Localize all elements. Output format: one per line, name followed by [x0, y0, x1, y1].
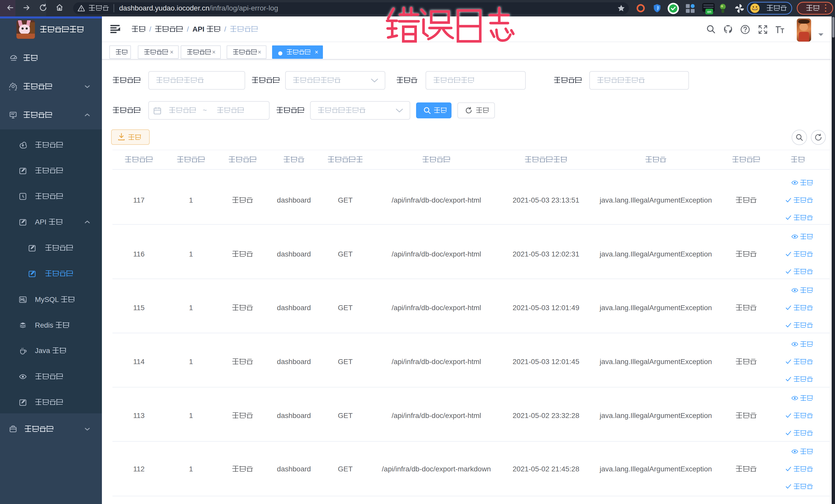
svg-text:on: on	[707, 10, 711, 14]
